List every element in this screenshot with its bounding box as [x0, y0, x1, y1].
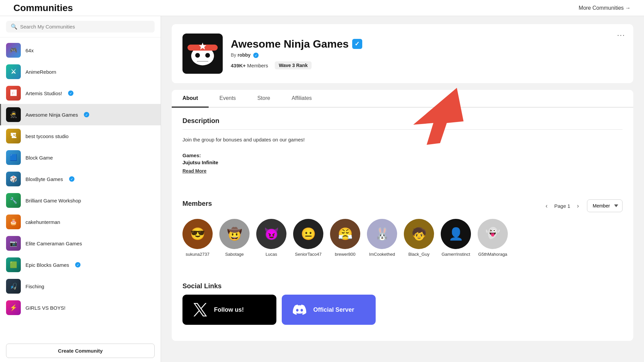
member-filter-select[interactable]: Member: [587, 199, 623, 212]
sidebar-item-besttycoons[interactable]: 🏗best tycoons studio: [0, 125, 161, 147]
svg-point-4: [205, 53, 210, 58]
member-avatar: 😤: [330, 219, 360, 249]
sidebar-item-animereborn[interactable]: ⚔AnimeReborn: [0, 61, 161, 82]
sidebar-item-fisching[interactable]: 🎣Fisching: [0, 276, 161, 297]
sidebar-item-name: 64x: [25, 48, 34, 53]
sidebar-item-name: Block Game: [25, 155, 53, 161]
sidebar-item-avatar: 🎂: [6, 215, 21, 229]
social-label-twitter: Follow us!: [214, 306, 244, 313]
sidebar-item-name: Artemis Studios!: [25, 90, 62, 96]
discord-icon: [291, 301, 308, 318]
community-title: Awesome Ninja Games: [231, 38, 349, 50]
more-options-button[interactable]: ···: [617, 31, 625, 40]
sidebar-item-name: AnimeReborn: [25, 69, 56, 75]
member-card-gamerr[interactable]: 👤GamerrInstinct: [441, 219, 471, 257]
member-name: sukuna2737: [186, 252, 210, 257]
sidebar-item-avatar: 🎮: [6, 43, 21, 58]
sidebar-item-elite[interactable]: 📷Elite Cameraman Games: [0, 233, 161, 254]
sidebar-item-awesomeninja[interactable]: 🥷Awesome Ninja Games: [0, 104, 161, 125]
divider: [182, 129, 623, 130]
search-wrapper: 🔍: [0, 16, 161, 38]
social-card-twitter[interactable]: Follow us!: [182, 295, 276, 325]
social-links-section: Social Links Follow us!Official Server: [172, 273, 633, 334]
member-card-blackguy[interactable]: 🧒Black_Guy: [404, 219, 434, 257]
main-layout: 🔍 🎮64x⚔AnimeReborn🅰Artemis Studios!🥷Awes…: [0, 16, 644, 362]
member-card-sabotage[interactable]: 🤠Sabotage: [219, 219, 250, 257]
stats-row: 439K+ Members Wave 3 Rank: [231, 61, 623, 69]
member-name: G5thMahoraga: [478, 252, 507, 257]
member-card-brewer[interactable]: 😤brewer800: [330, 219, 360, 257]
sidebar-item-avatar: 🎣: [6, 279, 21, 294]
next-page-button[interactable]: ›: [574, 201, 582, 211]
tab-affiliates[interactable]: Affiliates: [281, 90, 322, 108]
member-card-lucas[interactable]: 😈Lucas: [256, 219, 286, 257]
sidebar-item-64x[interactable]: 🎮64x: [0, 40, 161, 61]
sidebar-item-girlsvboys[interactable]: ⚡GIRLS VS BOYS!: [0, 297, 161, 318]
tab-store[interactable]: Store: [247, 90, 281, 108]
title-row: Awesome Ninja Games ✓: [231, 38, 623, 50]
sidebar-item-avatar: 🔧: [6, 193, 21, 208]
sidebar-item-avatar: ⚡: [6, 300, 21, 315]
sidebar-item-name: GIRLS VS BOYS!: [25, 305, 65, 311]
sidebar-item-epic[interactable]: 🟩Epic Blocks Games: [0, 254, 161, 276]
member-name: ImCookethed: [369, 252, 395, 257]
sidebar-item-name: best tycoons studio: [25, 133, 68, 139]
main-content: Awesome Ninja Games ✓ By robby 439K+ Mem…: [161, 16, 644, 362]
sidebar-item-name: Epic Blocks Games: [25, 262, 69, 268]
member-name: Sabotage: [225, 252, 244, 257]
member-avatar: 😈: [256, 219, 286, 249]
member-avatar: 👻: [478, 219, 508, 249]
x-icon: [192, 301, 209, 318]
sidebar-item-artemis[interactable]: 🅰Artemis Studios!: [0, 82, 161, 104]
member-card-imcookethed[interactable]: 🐰ImCookethed: [367, 219, 397, 257]
verified-badge: [68, 90, 73, 96]
member-card-seniortaco[interactable]: 😐SeniorTaco47: [293, 219, 323, 257]
sidebar-item-name: Fisching: [25, 284, 44, 289]
member-card-g5th[interactable]: 👻G5thMahoraga: [478, 219, 508, 257]
member-avatar: 😎: [182, 219, 213, 249]
prev-page-button[interactable]: ‹: [543, 201, 550, 211]
verified-badge: [75, 262, 80, 267]
sidebar-item-avatar: 🟦: [6, 150, 21, 165]
author-link[interactable]: robby: [237, 52, 251, 58]
verified-badge: [69, 176, 74, 182]
social-title: Social Links: [182, 282, 623, 290]
member-card-sukuna[interactable]: 😎sukuna2737: [182, 219, 213, 257]
description-text: Join the group for bonuses and updates o…: [182, 136, 623, 144]
more-communities-link[interactable]: More Communities →: [579, 5, 631, 11]
verified-icon: ✓: [352, 39, 362, 49]
sidebar-item-avatar: 🎲: [6, 172, 21, 186]
rank-badge: Wave 3 Rank: [275, 61, 312, 69]
member-name: Black_Guy: [409, 252, 430, 257]
sidebar-item-avatar: 📷: [6, 236, 21, 251]
read-more-link[interactable]: Read More: [182, 168, 207, 174]
sidebar-item-blockgame[interactable]: 🟦Block Game: [0, 147, 161, 168]
author-verified-badge: [253, 53, 259, 58]
svg-point-3: [195, 53, 200, 58]
member-name: Lucas: [266, 252, 277, 257]
games-label: Games:: [182, 153, 623, 158]
community-header: Awesome Ninja Games ✓ By robby 439K+ Mem…: [172, 24, 633, 83]
tabs-bar: AboutEventsStoreAffiliates: [172, 90, 633, 108]
page-info: Page 1: [554, 203, 570, 209]
create-community-button[interactable]: Create Community: [6, 344, 155, 358]
members-header: Members ‹ Page 1 › Member: [182, 199, 623, 212]
tab-events[interactable]: Events: [209, 90, 247, 108]
member-name: SeniorTaco47: [295, 252, 322, 257]
social-cards: Follow us!Official Server: [182, 295, 623, 325]
tabs-and-content: AboutEventsStoreAffiliates Description J…: [172, 90, 633, 341]
games-list: Jujutsu Infinite: [182, 160, 623, 165]
top-bar: Communities More Communities →: [0, 0, 644, 16]
community-list: 🎮64x⚔AnimeReborn🅰Artemis Studios!🥷Awesom…: [0, 38, 161, 340]
search-input[interactable]: [20, 24, 150, 29]
description-title: Description: [182, 117, 623, 125]
social-card-discord[interactable]: Official Server: [282, 295, 376, 325]
sidebar-item-avatar: 🟩: [6, 257, 21, 272]
sidebar-item-cake[interactable]: 🎂cakehunterman: [0, 211, 161, 233]
sidebar-item-brilliant[interactable]: 🔧Brilliant Game Workshop: [0, 190, 161, 211]
tab-content: Description Join the group for bonuses a…: [172, 108, 633, 334]
member-avatar: 😐: [293, 219, 323, 249]
tab-about[interactable]: About: [172, 90, 209, 108]
sidebar-item-bloxbyte[interactable]: 🎲BloxByte Games: [0, 168, 161, 190]
member-avatar: 🐰: [367, 219, 397, 249]
